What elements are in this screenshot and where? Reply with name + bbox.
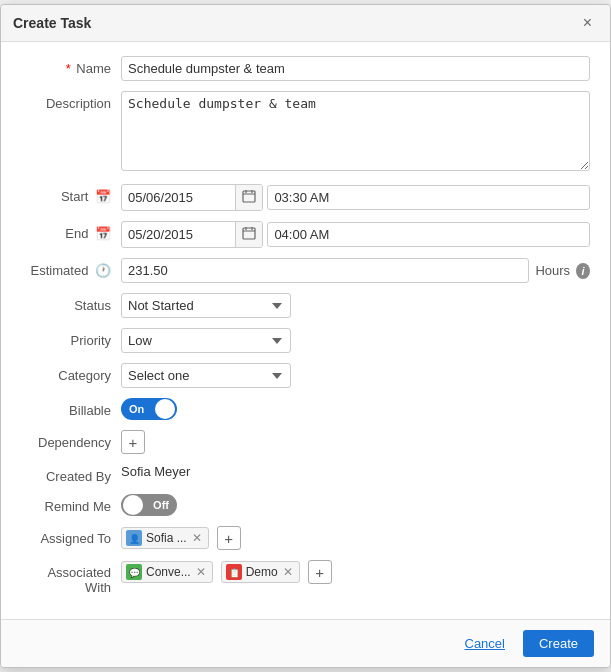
- associated-with-tags: 💬 Conve... ✕ 📋 Demo: [121, 560, 590, 584]
- description-row: Description Schedule dumpster & team: [21, 91, 590, 174]
- associated-with-row: Associated With 💬 Conve... ✕: [21, 560, 590, 595]
- end-field-wrap: [121, 221, 590, 248]
- cancel-button[interactable]: Cancel: [455, 630, 515, 657]
- start-date-input[interactable]: [122, 186, 235, 209]
- associated-with-label: Associated With: [21, 560, 121, 595]
- svg-rect-4: [243, 228, 255, 239]
- remind-me-toggle-wrap: Off: [121, 494, 590, 516]
- start-label: Start 📅: [21, 184, 121, 204]
- priority-select[interactable]: Low Medium High: [121, 328, 291, 353]
- remind-me-toggle-knob: [123, 495, 143, 515]
- remind-me-row: Remind Me Off: [21, 494, 590, 516]
- svg-rect-0: [243, 191, 255, 202]
- start-calendar-button[interactable]: [235, 185, 262, 210]
- end-label: End 📅: [21, 221, 121, 241]
- associated-tag-conve-close-button[interactable]: ✕: [194, 565, 208, 579]
- status-label: Status: [21, 293, 121, 313]
- description-label: Description: [21, 91, 121, 111]
- description-field-wrap: Schedule dumpster & team: [121, 91, 590, 174]
- close-button[interactable]: ×: [577, 13, 598, 33]
- associated-tag-conve-icon: 💬: [126, 564, 142, 580]
- assigned-to-field-wrap: 👤 Sofia ... ✕ +: [121, 526, 590, 550]
- hours-label: Hours: [535, 263, 570, 278]
- create-task-dialog: Create Task × * Name Description Schedul…: [0, 4, 611, 668]
- create-button[interactable]: Create: [523, 630, 594, 657]
- category-row: Category Select one: [21, 363, 590, 388]
- billable-toggle-label: On: [121, 403, 144, 415]
- remind-me-toggle[interactable]: Off: [121, 494, 177, 516]
- name-label: * Name: [21, 56, 121, 76]
- billable-toggle[interactable]: On: [121, 398, 177, 420]
- dialog-header: Create Task ×: [1, 5, 610, 42]
- remind-me-label: Remind Me: [21, 494, 121, 514]
- start-calendar-icon: 📅: [95, 189, 111, 204]
- priority-field-wrap: Low Medium High: [121, 328, 590, 353]
- associated-tag-conve-label: Conve...: [146, 565, 191, 579]
- assigned-tag-sofia: 👤 Sofia ... ✕: [121, 527, 209, 549]
- estimated-label: Estimated 🕐: [21, 258, 121, 278]
- assigned-to-tags: 👤 Sofia ... ✕ +: [121, 526, 590, 550]
- required-indicator: *: [66, 61, 71, 76]
- associated-tag-demo: 📋 Demo ✕: [221, 561, 300, 583]
- start-field-wrap: [121, 184, 590, 211]
- assigned-tag-icon: 👤: [126, 530, 142, 546]
- status-field-wrap: Not Started In Progress Completed Cancel…: [121, 293, 590, 318]
- created-by-label: Created By: [21, 464, 121, 484]
- priority-label: Priority: [21, 328, 121, 348]
- associated-with-add-button[interactable]: +: [308, 560, 332, 584]
- billable-toggle-wrap: On: [121, 398, 590, 420]
- end-datetime: [121, 221, 590, 248]
- svg-text:📋: 📋: [228, 567, 240, 579]
- assigned-to-row: Assigned To 👤 Sofia ... ✕ +: [21, 526, 590, 550]
- dialog-body: * Name Description Schedule dumpster & t…: [1, 42, 610, 619]
- billable-row: Billable On: [21, 398, 590, 420]
- toggle-knob: [155, 399, 175, 419]
- dependency-label: Dependency: [21, 430, 121, 450]
- category-field-wrap: Select one: [121, 363, 590, 388]
- priority-row: Priority Low Medium High: [21, 328, 590, 353]
- estimated-field-wrap: Hours i: [121, 258, 590, 283]
- end-row: End 📅: [21, 221, 590, 248]
- dependency-add-button[interactable]: +: [121, 430, 145, 454]
- billable-label: Billable: [21, 398, 121, 418]
- created-by-row: Created By Sofia Meyer: [21, 464, 590, 484]
- end-date-input[interactable]: [122, 223, 235, 246]
- assigned-tag-label: Sofia ...: [146, 531, 187, 545]
- created-by-value: Sofia Meyer: [121, 460, 190, 479]
- end-date-wrap: [121, 221, 263, 248]
- end-calendar-icon: 📅: [95, 226, 111, 241]
- category-select[interactable]: Select one: [121, 363, 291, 388]
- dialog-footer: Cancel Create: [1, 619, 610, 667]
- start-date-wrap: [121, 184, 263, 211]
- estimated-input[interactable]: [121, 258, 529, 283]
- dialog-title: Create Task: [13, 15, 91, 31]
- associated-tag-demo-close-button[interactable]: ✕: [281, 565, 295, 579]
- hours-info-icon[interactable]: i: [576, 263, 590, 279]
- name-input[interactable]: [121, 56, 590, 81]
- dependency-row: Dependency +: [21, 430, 590, 454]
- status-row: Status Not Started In Progress Completed…: [21, 293, 590, 318]
- estimated-info-icon: 🕐: [95, 263, 111, 278]
- status-select[interactable]: Not Started In Progress Completed Cancel…: [121, 293, 291, 318]
- billable-field-wrap: On: [121, 398, 590, 420]
- category-label: Category: [21, 363, 121, 383]
- assigned-tag-close-button[interactable]: ✕: [190, 531, 204, 545]
- end-calendar-button[interactable]: [235, 222, 262, 247]
- dependency-field-wrap: +: [121, 430, 590, 454]
- assigned-to-label: Assigned To: [21, 526, 121, 546]
- assigned-to-add-button[interactable]: +: [217, 526, 241, 550]
- svg-text:💬: 💬: [129, 567, 141, 579]
- estimated-input-group: Hours i: [121, 258, 590, 283]
- name-row: * Name: [21, 56, 590, 81]
- start-datetime: [121, 184, 590, 211]
- name-field-wrap: [121, 56, 590, 81]
- start-time-input[interactable]: [267, 185, 590, 210]
- associated-tag-demo-icon: 📋: [226, 564, 242, 580]
- description-input[interactable]: Schedule dumpster & team: [121, 91, 590, 171]
- start-row: Start 📅: [21, 184, 590, 211]
- end-time-input[interactable]: [267, 222, 590, 247]
- svg-text:👤: 👤: [129, 533, 141, 545]
- associated-with-field-wrap: 💬 Conve... ✕ 📋 Demo: [121, 560, 590, 584]
- created-by-value-wrap: Sofia Meyer: [121, 464, 590, 479]
- associated-tag-demo-label: Demo: [246, 565, 278, 579]
